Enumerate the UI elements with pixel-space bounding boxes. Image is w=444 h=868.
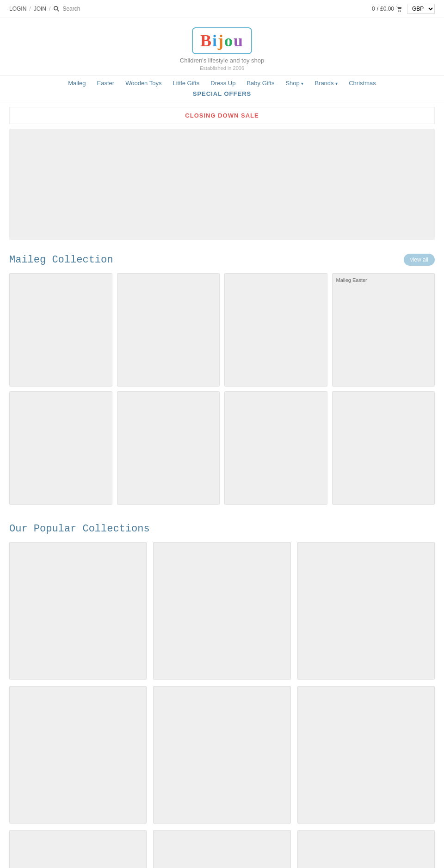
site-header: Bijou Children's lifestyle and toy shop …: [0, 18, 444, 75]
search-icon: [53, 6, 60, 12]
nav-item-easter[interactable]: Easter: [97, 80, 115, 87]
brands-dropdown-arrow: ▾: [335, 81, 338, 86]
nav-link-dress-up[interactable]: Dress Up: [210, 80, 235, 87]
popular-section: Our Popular Collections: [0, 514, 444, 868]
top-bar: LOGIN / JOIN / 0 / £0.00 GBP USD EUR: [0, 0, 444, 18]
nav-item-maileg[interactable]: Maileg: [68, 80, 86, 87]
collection-card-1[interactable]: [9, 542, 147, 680]
maileg-section-header: Maileg Collection view all: [9, 254, 435, 266]
maileg-view-all-button[interactable]: view all: [404, 254, 435, 266]
nav-item-wooden-toys[interactable]: Wooden Toys: [125, 80, 161, 87]
shop-dropdown-arrow: ▾: [301, 81, 303, 86]
logo-text: Bijou: [200, 31, 244, 50]
nav-item-little-gifts[interactable]: Little Gifts: [173, 80, 199, 87]
divider2: /: [49, 6, 50, 12]
nav-main: Maileg Easter Wooden Toys Little Gifts D…: [0, 80, 444, 88]
established: Established in 2006: [0, 65, 444, 71]
product-card-3[interactable]: [224, 273, 327, 387]
cart-amount: £0.00: [380, 6, 394, 12]
search-icon-wrap: [53, 6, 60, 12]
nav-link-little-gifts[interactable]: Little Gifts: [173, 80, 199, 87]
announcement-text: CLOSING DOWN SALE: [185, 112, 259, 119]
collections-grid-row2: [9, 686, 435, 824]
product-card-1[interactable]: [9, 273, 112, 387]
top-bar-left: LOGIN / JOIN /: [9, 6, 99, 12]
svg-point-3: [400, 11, 401, 12]
maileg-section-title: Maileg Collection: [9, 254, 113, 266]
nav-link-special-offers[interactable]: SPECIAL OFFERS: [193, 90, 251, 97]
nav-secondary: SPECIAL OFFERS: [0, 88, 444, 100]
nav-item-dress-up[interactable]: Dress Up: [210, 80, 235, 87]
product-card-8[interactable]: [332, 391, 435, 505]
maileg-product-grid-row2: [9, 391, 435, 505]
nav-link-maileg[interactable]: Maileg: [68, 80, 86, 87]
cart-count: 0: [372, 6, 375, 12]
hero-banner: [9, 129, 435, 240]
collection-card-4[interactable]: [9, 686, 147, 824]
cart-info: 0 / £0.00: [372, 6, 402, 12]
svg-point-2: [398, 11, 400, 12]
svg-point-0: [54, 6, 58, 10]
logo-j: j: [218, 31, 224, 50]
collection-card-5[interactable]: [153, 686, 290, 824]
login-link[interactable]: LOGIN: [9, 6, 26, 12]
product-card-6[interactable]: [117, 391, 220, 505]
top-bar-right: 0 / £0.00 GBP USD EUR: [372, 4, 435, 14]
product-card-5[interactable]: [9, 391, 112, 505]
collection-card-8[interactable]: [153, 830, 290, 868]
nav-link-wooden-toys[interactable]: Wooden Toys: [125, 80, 161, 87]
logo-b: B: [200, 31, 212, 50]
nav-link-brands[interactable]: Brands ▾: [314, 80, 338, 87]
nav-link-shop[interactable]: Shop ▾: [285, 80, 303, 87]
collections-grid-row1: [9, 542, 435, 680]
nav-link-baby-gifts[interactable]: Baby Gifts: [247, 80, 274, 87]
logo-i: i: [212, 31, 218, 50]
nav-wrapper: Maileg Easter Wooden Toys Little Gifts D…: [0, 75, 444, 102]
tagline: Children's lifestyle and toy shop: [0, 57, 444, 64]
search-input[interactable]: [62, 6, 99, 12]
collection-card-3[interactable]: [297, 542, 435, 680]
collections-grid-row3: [9, 830, 435, 868]
popular-section-title: Our Popular Collections: [9, 523, 150, 535]
collection-card-2[interactable]: [153, 542, 290, 680]
logo-u: u: [234, 31, 244, 50]
maileg-product-grid-row1: Maileg Easter: [9, 273, 435, 387]
nav-item-brands[interactable]: Brands ▾: [314, 80, 338, 87]
currency-select[interactable]: GBP USD EUR: [407, 4, 435, 14]
collection-card-7[interactable]: [9, 830, 147, 868]
svg-line-1: [57, 10, 59, 12]
cart-icon: [396, 6, 402, 12]
cart-slash: /: [377, 6, 378, 12]
maileg-section: Maileg Collection view all Maileg Easter: [0, 244, 444, 514]
logo-box[interactable]: Bijou: [192, 27, 252, 54]
nav-item-shop[interactable]: Shop ▾: [285, 80, 303, 87]
nav-item-baby-gifts[interactable]: Baby Gifts: [247, 80, 274, 87]
divider1: /: [29, 6, 31, 12]
popular-section-header: Our Popular Collections: [9, 523, 435, 535]
product-label-4: Maileg Easter: [336, 277, 367, 283]
product-card-7[interactable]: [224, 391, 327, 505]
product-card-4[interactable]: Maileg Easter: [332, 273, 435, 387]
collection-card-6[interactable]: [297, 686, 435, 824]
nav-link-easter[interactable]: Easter: [97, 80, 115, 87]
join-link[interactable]: JOIN: [34, 6, 46, 12]
nav-link-christmas[interactable]: Christmas: [349, 80, 376, 87]
nav-item-christmas[interactable]: Christmas: [349, 80, 376, 87]
product-card-2[interactable]: [117, 273, 220, 387]
announcement-bar: CLOSING DOWN SALE: [9, 107, 435, 124]
logo-o: o: [224, 31, 234, 50]
collection-card-9[interactable]: [297, 830, 435, 868]
